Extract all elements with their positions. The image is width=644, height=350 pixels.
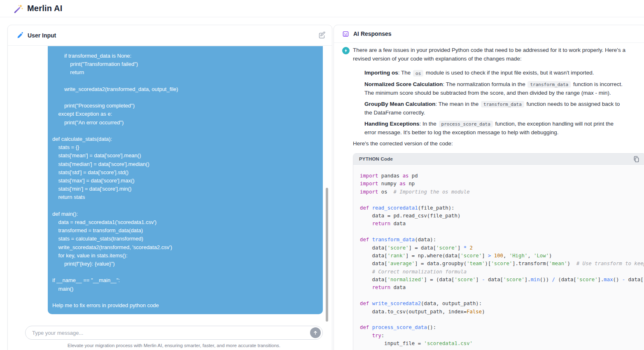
copy-icon — [633, 156, 640, 163]
pencil-icon — [17, 32, 23, 39]
ai-avatar — [342, 47, 350, 54]
send-button[interactable] — [310, 327, 321, 338]
message-input-row — [25, 326, 323, 340]
message-scrollbar-thumb[interactable] — [326, 188, 328, 322]
ai-responses-title: AI Responses — [353, 30, 392, 37]
robot-icon — [342, 30, 349, 37]
code-block-header: PYTHON Code — [353, 154, 644, 165]
top-bar: Merlin AI — [0, 0, 644, 17]
user-message-bubble: if transformed_data is None: print("Tran… — [48, 46, 323, 314]
ai-message: There are a few issues in your provided … — [353, 46, 626, 350]
ai-responses-panel: AI Responses There are a few issues in y… — [334, 25, 644, 350]
message-scroll-area: if transformed_data is None: print("Tran… — [8, 46, 332, 323]
code-intro-text: Here's the corrected version of the code… — [353, 140, 626, 148]
ai-responses-header: AI Responses — [334, 25, 644, 43]
user-input-title: User Input — [28, 32, 56, 39]
user-message-code: if transformed_data is None: print("Tran… — [52, 53, 178, 308]
issue-item: Normalized Score Calculation: The normal… — [364, 80, 626, 98]
issue-item: Importing os: The os module is used to c… — [364, 69, 626, 78]
ai-intro-text: There are a few issues in your provided … — [353, 46, 626, 63]
message-input[interactable] — [32, 330, 310, 336]
lightning-icon — [344, 49, 348, 53]
inline-code-chip: os — [413, 70, 423, 77]
copy-button[interactable] — [633, 156, 640, 163]
python-code-block: PYTHON Code import pandas as pdimport nu… — [353, 153, 644, 350]
compose-icon — [319, 32, 326, 39]
inline-code-chip: transform_data — [481, 101, 524, 107]
ai-responses-body: There are a few issues in your provided … — [334, 43, 644, 350]
app-title: Merlin AI — [27, 4, 63, 13]
arrow-up-icon — [313, 330, 318, 335]
issue-item: GroupBy Mean Calculation: The mean in th… — [364, 100, 626, 117]
inline-code-chip: process_score_data — [439, 121, 493, 127]
issues-list: Importing os: The os module is used to c… — [364, 69, 626, 137]
issue-item: Handling Exceptions: In the process_scor… — [364, 120, 626, 137]
user-input-panel: User Input if transformed_data is None: … — [7, 25, 332, 350]
code-language-label: PYTHON Code — [359, 156, 393, 161]
code-lines: import pandas as pdimport numpy as npimp… — [353, 165, 644, 350]
user-input-header: User Input — [8, 25, 332, 46]
inline-code-chip: transform_data — [527, 81, 571, 88]
compose-button[interactable] — [319, 32, 326, 39]
panel-footer-text: Elevate your migration process with Merl… — [25, 343, 323, 348]
magic-wand-logo-icon — [14, 4, 23, 14]
